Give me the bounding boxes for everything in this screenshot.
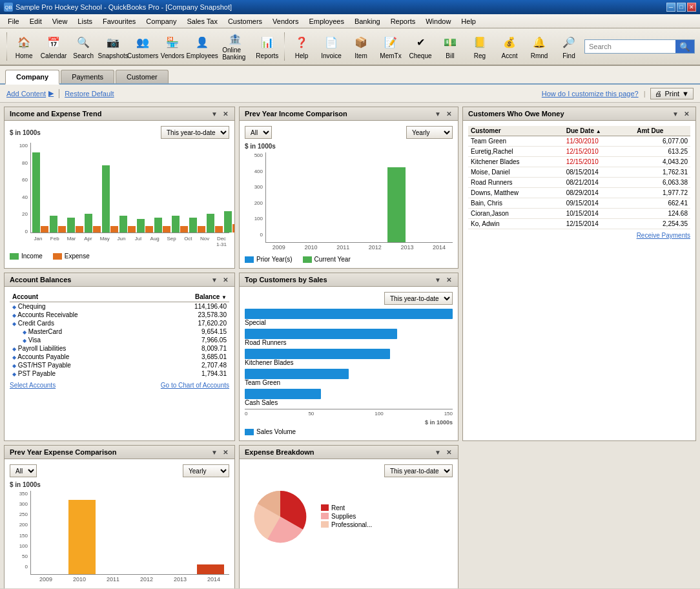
print-button[interactable]: 🖨 Print ▼ — [650, 88, 694, 99]
chart-of-accounts-link[interactable]: Go to Chart of Accounts — [161, 382, 229, 389]
eb-period-dropdown[interactable]: This year-to-date Last year — [384, 464, 453, 477]
restore-button[interactable]: □ — [677, 3, 686, 12]
collapse-icon-4[interactable]: ▼ — [210, 276, 219, 284]
close-panel-icon-5[interactable]: ✕ — [445, 276, 453, 284]
toolbar-btn-home[interactable]: 🏠Home — [10, 30, 38, 63]
balance-row[interactable]: ◆ Chequing 114,196.40 — [10, 302, 229, 311]
tab-bar: CompanyPaymentsCustomer — [0, 66, 700, 85]
close-button[interactable]: ✕ — [687, 3, 696, 12]
receive-payments-link[interactable]: Receive Payments — [468, 232, 690, 239]
toolbar-btn-accnt[interactable]: 💰Accnt — [495, 30, 524, 63]
select-accounts-link[interactable]: Select Accounts — [10, 382, 56, 389]
pe-period-dropdown[interactable]: Yearly Monthly Quarterly — [183, 464, 229, 477]
collapse-icon-5[interactable]: ▼ — [433, 276, 442, 284]
balance-row[interactable]: ◆ MasterCard 9,654.15 — [10, 327, 229, 336]
toolbar-btn-customers[interactable]: 👥Customers — [129, 30, 157, 63]
balance-account: ◆ GST/HST Payable — [10, 361, 153, 369]
menu-item-sales tax[interactable]: Sales Tax — [181, 14, 223, 28]
menu-item-customers[interactable]: Customers — [223, 14, 267, 28]
toolbar-btn-calendar[interactable]: 📅Calendar — [39, 30, 68, 63]
owe-row[interactable]: Kitchener Blades 12/15/2010 4,043.20 — [468, 157, 690, 167]
toolbar-btn-bill[interactable]: 💵Bill — [436, 30, 464, 63]
collapse-icon[interactable]: ▼ — [210, 110, 219, 118]
how-customize-link[interactable]: How do I customize this page? — [542, 90, 639, 98]
collapse-icon-7[interactable]: ▼ — [433, 449, 442, 456]
pi-period-dropdown[interactable]: Yearly Monthly Quarterly — [406, 126, 453, 139]
menu-item-edit[interactable]: Edit — [25, 14, 47, 28]
balance-row[interactable]: ◆ GST/HST Payable 2,707.48 — [10, 361, 229, 369]
toolbar-btn-memtx[interactable]: 📝MemTx — [376, 30, 405, 63]
add-content-link[interactable]: Add Content ▶ — [6, 89, 54, 98]
toolbar-btn-snapshots[interactable]: 📷Snapshots — [99, 30, 127, 63]
menu-item-banking[interactable]: Banking — [349, 14, 386, 28]
balance-row[interactable]: ◆ PST Payable 1,794.31 — [10, 369, 229, 378]
owe-row[interactable]: Moise, Daniel 08/15/2014 1,762.31 — [468, 167, 690, 178]
account-balances-body: Account Balance ▼ ◆ Chequing 114,196.40◆… — [5, 287, 234, 440]
balance-row[interactable]: ◆ Payroll Liabilities 8,009.71 — [10, 344, 229, 353]
toolbar-btn-item[interactable]: 📦Item — [347, 30, 375, 63]
toolbar-btn-reports[interactable]: 📊Reports — [253, 30, 282, 63]
owe-row[interactable]: Road Runners 08/21/2014 6,063.38 — [468, 178, 690, 188]
tab-payments[interactable]: Payments — [61, 70, 114, 83]
col-due-date[interactable]: Due Date ▲ — [564, 126, 635, 136]
pi-filter-dropdown[interactable]: All — [245, 126, 272, 139]
toolbar-btn-onlinebanking[interactable]: 🏦Online Banking — [218, 30, 252, 63]
toolbar-search-input[interactable] — [585, 41, 675, 52]
menu-item-file[interactable]: File — [3, 14, 25, 28]
balance-table: Account Balance ▼ ◆ Chequing 114,196.40◆… — [10, 292, 229, 378]
collapse-icon-3[interactable]: ▼ — [671, 110, 680, 118]
col-balance[interactable]: Balance ▼ — [153, 292, 229, 302]
toolbar-btn-employees[interactable]: 👤Employees — [188, 30, 216, 63]
print-label: Print — [664, 90, 679, 98]
close-panel-icon-2[interactable]: ✕ — [445, 110, 453, 118]
toolbar-search-button[interactable]: 🔍 — [675, 40, 694, 53]
menu-item-reports[interactable]: Reports — [386, 14, 421, 28]
ie-x-axis: JanFebMarAprMayJunJulAugSepOctNovDec 1-3… — [30, 236, 229, 247]
toolbar-btn-rmnd[interactable]: 🔔Rmnd — [525, 30, 553, 63]
balance-row[interactable]: ◆ Visa 7,966.05 — [10, 336, 229, 344]
toolbar-btn-invoice[interactable]: 📄Invoice — [317, 30, 345, 63]
menu-item-window[interactable]: Window — [420, 14, 456, 28]
toolbar-btn-find[interactable]: 🔎Find — [555, 30, 583, 63]
owe-row[interactable]: Ko, Adwin 12/15/2014 2,254.35 — [468, 219, 690, 229]
close-panel-icon-4[interactable]: ✕ — [221, 276, 229, 284]
title-bar-controls[interactable]: ─ □ ✕ — [666, 3, 696, 12]
minimize-button[interactable]: ─ — [666, 3, 675, 12]
collapse-icon-2[interactable]: ▼ — [433, 110, 442, 118]
menu-item-view[interactable]: View — [47, 14, 73, 28]
menu-item-company[interactable]: Company — [141, 14, 181, 28]
owe-row[interactable]: Cioran,Jason 10/15/2014 124.68 — [468, 209, 690, 219]
tab-customer[interactable]: Customer — [116, 70, 169, 83]
menu-item-favourites[interactable]: Favourites — [98, 14, 141, 28]
pe-current-legend: Current Year — [68, 588, 116, 588]
owe-row[interactable]: Euretig,Rachel 12/15/2010 613.25 — [468, 147, 690, 157]
ie-bar-group-9 — [189, 218, 205, 232]
menu-item-lists[interactable]: Lists — [72, 14, 98, 28]
toolbar-btn-help[interactable]: ❓Help — [287, 30, 316, 63]
owe-row[interactable]: Team Green 11/30/2010 6,077.00 — [468, 136, 690, 147]
ie-period-dropdown[interactable]: This year-to-dateLast yearLast 4 weeks — [161, 126, 229, 139]
menu-item-vendors[interactable]: Vendors — [267, 14, 304, 28]
collapse-icon-6[interactable]: ▼ — [210, 449, 219, 456]
tc-period-dropdown[interactable]: This year-to-dateLast year — [384, 292, 453, 305]
balance-row[interactable]: ◆ Accounts Receivable 23,578.30 — [10, 311, 229, 319]
restore-default-link[interactable]: Restore Default — [65, 90, 114, 98]
close-panel-icon-6[interactable]: ✕ — [221, 449, 229, 456]
toolbar-btn-search[interactable]: 🔍Search — [69, 30, 98, 63]
toolbar-btn-vendors[interactable]: 🏪Vendors — [158, 30, 187, 63]
tab-company[interactable]: Company — [5, 70, 59, 85]
balance-row[interactable]: ◆ Accounts Payable 3,685.01 — [10, 353, 229, 361]
balance-row[interactable]: ◆ Credit Cards 17,620.20 — [10, 319, 229, 327]
close-panel-icon-3[interactable]: ✕ — [683, 110, 690, 118]
close-panel-icon[interactable]: ✕ — [221, 110, 229, 118]
owe-row[interactable]: Downs, Matthew 08/29/2014 1,977.72 — [468, 188, 690, 198]
owe-row[interactable]: Bain, Chris 09/15/2014 662.41 — [468, 198, 690, 209]
pe-filter-dropdown[interactable]: All — [10, 464, 37, 477]
ie-toolbar: $ in 1000s This year-to-dateLast yearLas… — [10, 126, 229, 139]
close-panel-icon-7[interactable]: ✕ — [445, 449, 453, 456]
toolbar-btn-cheque[interactable]: ✔Cheque — [406, 30, 435, 63]
menu-item-help[interactable]: Help — [456, 14, 481, 28]
inc-bar-1 — [50, 216, 57, 232]
menu-item-employees[interactable]: Employees — [304, 14, 349, 28]
toolbar-btn-reg[interactable]: 📒Reg — [466, 30, 494, 63]
